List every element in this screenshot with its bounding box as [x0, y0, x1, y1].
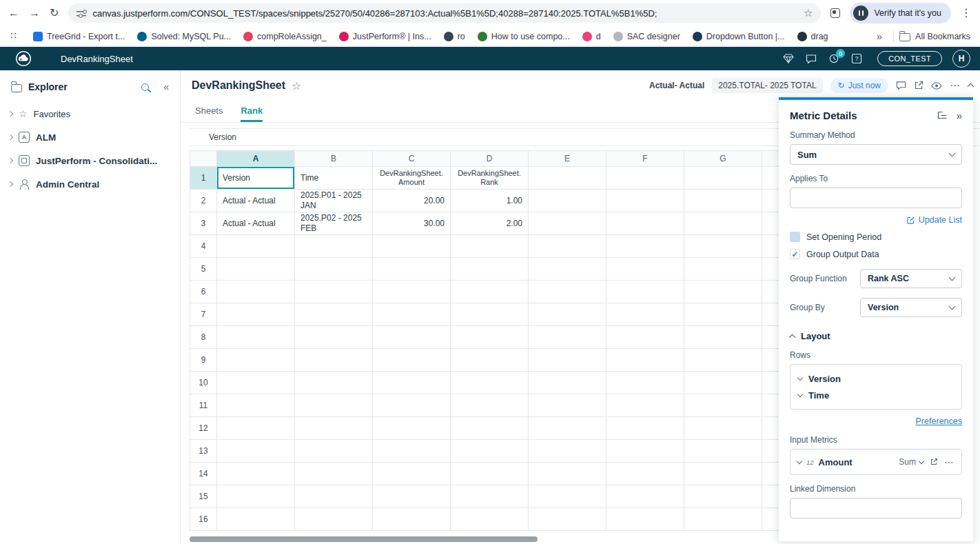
row-header-9[interactable]: 9	[190, 349, 217, 372]
cell-C2[interactable]: 20.00	[373, 190, 451, 212]
cell-B2[interactable]: 2025.P01 - 2025 JAN	[295, 190, 373, 212]
cell-E3[interactable]	[529, 212, 606, 235]
layout-section-header[interactable]: Layout	[790, 331, 962, 341]
column-header-A[interactable]: A	[217, 150, 295, 167]
cell-C8[interactable]	[373, 326, 451, 349]
cell-B6[interactable]	[295, 281, 373, 303]
cell-E12[interactable]	[529, 417, 606, 440]
linked-dimension-input[interactable]	[790, 498, 962, 518]
column-header-E[interactable]: E	[529, 150, 606, 167]
row-header-3[interactable]: 3	[190, 212, 217, 235]
cell-F5[interactable]	[606, 258, 684, 281]
cell-G14[interactable]	[684, 463, 762, 485]
column-header-F[interactable]: F	[606, 150, 684, 167]
expand-icon[interactable]	[8, 181, 13, 187]
version-context[interactable]: Actual- Actual	[649, 81, 704, 90]
justperform-logo-icon[interactable]	[15, 50, 32, 67]
horizontal-scrollbar[interactable]	[190, 536, 782, 543]
set-opening-period-checkbox[interactable]: Set Opening Period	[790, 232, 962, 242]
cell-A15[interactable]	[217, 485, 295, 508]
cell-C11[interactable]	[373, 394, 451, 417]
cell-G4[interactable]	[684, 235, 762, 258]
cell-A4[interactable]	[217, 235, 295, 258]
metric-aggregation-select[interactable]: Sum	[899, 457, 923, 467]
cell-C10[interactable]	[373, 372, 451, 394]
cell-E5[interactable]	[529, 258, 606, 281]
row-header-6[interactable]: 6	[190, 281, 217, 303]
cell-F7[interactable]	[606, 303, 684, 326]
cell-A12[interactable]	[217, 417, 295, 440]
cell-A16[interactable]	[217, 508, 295, 531]
group-output-data-checkbox[interactable]: ✓ Group Output Data	[790, 249, 962, 259]
gem-icon[interactable]	[782, 52, 795, 65]
row-header-14[interactable]: 14	[190, 463, 217, 485]
row-header-13[interactable]: 13	[190, 440, 217, 463]
verify-profile-button[interactable]: Verify that it's you	[850, 3, 951, 23]
cell-G9[interactable]	[684, 349, 762, 372]
cell-F13[interactable]	[606, 440, 684, 463]
sidebar-item-admin-central[interactable]: Admin Central	[0, 172, 180, 196]
cell-F3[interactable]	[606, 212, 684, 235]
cell-A13[interactable]	[217, 440, 295, 463]
search-icon[interactable]	[141, 83, 149, 91]
cell-E9[interactable]	[529, 349, 606, 372]
cell-B11[interactable]	[295, 394, 373, 417]
cell-B7[interactable]	[295, 303, 373, 326]
cell-G11[interactable]	[684, 394, 762, 417]
cell-G10[interactable]	[684, 372, 762, 394]
bookmark-item[interactable]: ro	[438, 32, 471, 41]
cell-C12[interactable]	[373, 417, 451, 440]
cell-D12[interactable]	[451, 417, 529, 440]
cell-B9[interactable]	[295, 349, 373, 372]
tab-rank[interactable]: Rank	[241, 105, 263, 122]
preferences-link[interactable]: Preferences	[916, 416, 962, 426]
user-avatar[interactable]: H	[952, 50, 970, 68]
site-settings-icon[interactable]	[76, 9, 86, 18]
cell-D1[interactable]: DevRankingSheet. Rank	[451, 167, 529, 190]
cell-A2[interactable]: Actual - Actual	[217, 190, 295, 212]
column-header-C[interactable]: C	[373, 150, 451, 167]
cell-F12[interactable]	[606, 417, 684, 440]
column-header-B[interactable]: B	[295, 150, 373, 167]
bookmark-item[interactable]: JustPerform® | Ins...	[333, 32, 438, 41]
row-dimension-time[interactable]: Time	[798, 387, 954, 403]
cell-B15[interactable]	[295, 485, 373, 508]
sidebar-item-justperform-consolidation[interactable]: JustPerform - Consolidati...	[0, 149, 180, 172]
row-header-12[interactable]: 12	[190, 417, 217, 440]
cell-D15[interactable]	[451, 485, 529, 508]
input-metric-item[interactable]: 12 Amount Sum ⋯	[790, 449, 962, 475]
cell-G5[interactable]	[684, 258, 762, 281]
summary-method-select[interactable]: Sum	[790, 144, 962, 165]
cell-E7[interactable]	[529, 303, 606, 326]
cell-D2[interactable]: 1.00	[451, 190, 529, 212]
cell-F10[interactable]	[606, 372, 684, 394]
bookmark-item[interactable]: d	[576, 32, 607, 41]
cell-C4[interactable]	[373, 235, 451, 258]
cell-C16[interactable]	[373, 508, 451, 531]
cell-B13[interactable]	[295, 440, 373, 463]
back-icon[interactable]: ←	[8, 8, 19, 19]
cell-B10[interactable]	[295, 372, 373, 394]
cell-A5[interactable]	[217, 258, 295, 281]
collapse-sidebar-icon[interactable]: «	[163, 81, 169, 92]
cell-E15[interactable]	[529, 485, 606, 508]
group-function-select[interactable]: Rank ASC	[860, 269, 962, 288]
collapse-header-icon[interactable]	[968, 82, 973, 89]
expand-icon[interactable]	[8, 158, 13, 163]
bookmark-item[interactable]: How to use compo...	[471, 32, 576, 41]
cell-A10[interactable]	[217, 372, 295, 394]
tenant-button[interactable]: CON_TEST	[877, 51, 942, 66]
cell-E13[interactable]	[529, 440, 606, 463]
metric-more-icon[interactable]: ⋯	[944, 456, 955, 467]
eye-icon[interactable]	[931, 82, 942, 90]
cell-F8[interactable]	[606, 326, 684, 349]
cell-E11[interactable]	[529, 394, 606, 417]
cell-D10[interactable]	[451, 372, 529, 394]
applies-to-input[interactable]	[790, 188, 962, 208]
cell-E10[interactable]	[529, 372, 606, 394]
bookmark-item[interactable]: drag	[791, 32, 835, 41]
cell-A8[interactable]	[217, 326, 295, 349]
browser-menu-icon[interactable]: ⋮	[961, 8, 972, 19]
row-header-11[interactable]: 11	[190, 394, 217, 417]
cell-C9[interactable]	[373, 349, 451, 372]
